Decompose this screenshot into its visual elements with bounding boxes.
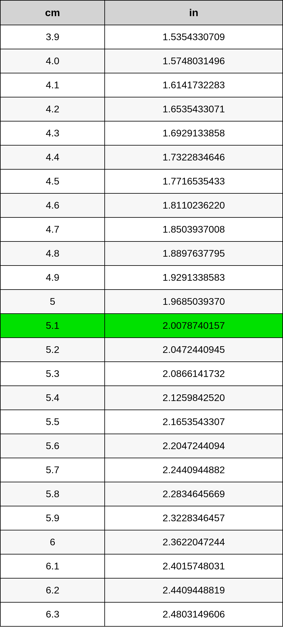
cell-in: 1.5354330709	[105, 25, 283, 49]
table-row: 5.62.2047244094	[0, 434, 283, 458]
table-row: 5.12.0078740157	[0, 314, 283, 338]
cell-in: 1.8110236220	[105, 193, 283, 217]
table-row: 4.21.6535433071	[0, 97, 283, 121]
cell-cm: 5.2	[0, 338, 105, 362]
table-row: 5.82.2834645669	[0, 482, 283, 506]
cell-cm: 4.1	[0, 73, 105, 97]
table-row: 5.42.1259842520	[0, 386, 283, 410]
cell-in: 2.1259842520	[105, 386, 283, 410]
cell-in: 2.3622047244	[105, 530, 283, 554]
cell-cm: 4.4	[0, 145, 105, 169]
cell-in: 1.6141732283	[105, 73, 283, 97]
cell-in: 1.8897637795	[105, 241, 283, 266]
table-row: 4.81.8897637795	[0, 241, 283, 266]
cell-cm: 6	[0, 530, 105, 554]
table-row: 5.22.0472440945	[0, 338, 283, 362]
cell-cm: 5.6	[0, 434, 105, 458]
table-row: 6.12.4015748031	[0, 554, 283, 578]
table-row: 4.01.5748031496	[0, 49, 283, 73]
cell-in: 1.6929133858	[105, 121, 283, 145]
cell-cm: 5	[0, 290, 105, 314]
cell-in: 2.2440944882	[105, 458, 283, 482]
cell-in: 2.4015748031	[105, 554, 283, 578]
table-row: 6.22.4409448819	[0, 578, 283, 602]
cell-in: 1.7716535433	[105, 169, 283, 193]
table-row: 4.11.6141732283	[0, 73, 283, 97]
cell-in: 2.2834645669	[105, 482, 283, 506]
cell-in: 2.0866141732	[105, 362, 283, 386]
table-row: 4.41.7322834646	[0, 145, 283, 169]
cell-cm: 5.1	[0, 314, 105, 338]
table-row: 5.92.3228346457	[0, 506, 283, 530]
table-row: 4.31.6929133858	[0, 121, 283, 145]
cell-cm: 5.7	[0, 458, 105, 482]
cell-in: 2.3228346457	[105, 506, 283, 530]
cell-cm: 4.8	[0, 241, 105, 266]
table-body: 3.91.53543307094.01.57480314964.11.61417…	[0, 25, 283, 626]
table-row: 5.72.2440944882	[0, 458, 283, 482]
table-row: 4.61.8110236220	[0, 193, 283, 217]
table-row: 5.32.0866141732	[0, 362, 283, 386]
conversion-table: cm in 3.91.53543307094.01.57480314964.11…	[0, 0, 283, 627]
table-row: 6.32.4803149606	[0, 602, 283, 626]
cell-in: 2.0472440945	[105, 338, 283, 362]
table-row: 5.52.1653543307	[0, 410, 283, 434]
cell-cm: 5.5	[0, 410, 105, 434]
cell-cm: 4.6	[0, 193, 105, 217]
cell-cm: 3.9	[0, 25, 105, 49]
cell-cm: 4.5	[0, 169, 105, 193]
cell-in: 1.5748031496	[105, 49, 283, 73]
table-row: 62.3622047244	[0, 530, 283, 554]
cell-cm: 4.7	[0, 217, 105, 241]
cell-cm: 5.8	[0, 482, 105, 506]
cell-in: 2.4803149606	[105, 602, 283, 626]
cell-in: 1.8503937008	[105, 217, 283, 241]
cell-in: 1.7322834646	[105, 145, 283, 169]
cell-cm: 6.2	[0, 578, 105, 602]
table-row: 4.91.9291338583	[0, 266, 283, 290]
cell-cm: 5.3	[0, 362, 105, 386]
cell-cm: 4.2	[0, 97, 105, 121]
cell-cm: 5.9	[0, 506, 105, 530]
table-row: 51.9685039370	[0, 290, 283, 314]
cell-cm: 6.1	[0, 554, 105, 578]
table-row: 4.71.8503937008	[0, 217, 283, 241]
table-row: 4.51.7716535433	[0, 169, 283, 193]
cell-in: 2.0078740157	[105, 314, 283, 338]
cell-cm: 5.4	[0, 386, 105, 410]
cell-cm: 4.9	[0, 266, 105, 290]
header-cm: cm	[0, 0, 105, 25]
cell-in: 2.2047244094	[105, 434, 283, 458]
cell-cm: 4.0	[0, 49, 105, 73]
cell-in: 1.6535433071	[105, 97, 283, 121]
header-in: in	[105, 0, 283, 25]
cell-in: 2.1653543307	[105, 410, 283, 434]
cell-cm: 4.3	[0, 121, 105, 145]
table-header-row: cm in	[0, 0, 283, 25]
cell-cm: 6.3	[0, 602, 105, 626]
cell-in: 2.4409448819	[105, 578, 283, 602]
cell-in: 1.9685039370	[105, 290, 283, 314]
cell-in: 1.9291338583	[105, 266, 283, 290]
table-row: 3.91.5354330709	[0, 25, 283, 49]
